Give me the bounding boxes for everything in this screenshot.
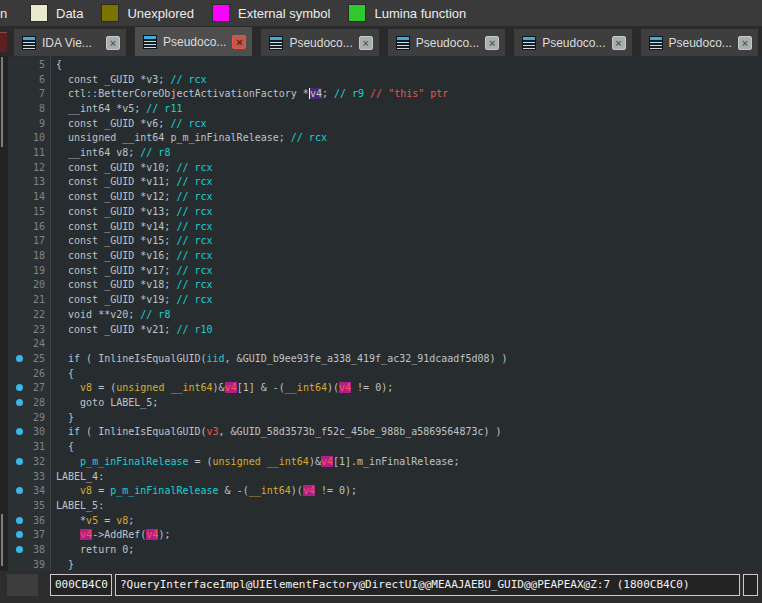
code-text[interactable]: } bbox=[50, 559, 74, 570]
pseudocode-editor[interactable]: 5{6 const _GUID *v3; // rcx7 ctl::Better… bbox=[0, 56, 762, 571]
code-text[interactable]: void **v20; // r8 bbox=[50, 309, 170, 320]
code-text[interactable]: const _GUID *v3; // rcx bbox=[50, 74, 207, 85]
code-line[interactable]: 28 goto LABEL_5; bbox=[0, 395, 762, 410]
code-line[interactable]: 18 const _GUID *v16; // rcx bbox=[0, 248, 762, 263]
code-text[interactable]: if ( InlineIsEqualGUID(v3, &GUID_58d3573… bbox=[50, 426, 502, 437]
code-line[interactable]: 12 const _GUID *v10; // rcx bbox=[0, 160, 762, 175]
legend-label: External symbol bbox=[238, 6, 330, 21]
highlighted-identifier: v4 bbox=[303, 485, 315, 496]
code-line[interactable]: 29 } bbox=[0, 410, 762, 425]
code-text[interactable]: v8 = p_m_inFinalRelease & -(__int64)(v4 … bbox=[50, 485, 357, 496]
tab-pseudocode-2[interactable]: Pseudoco...× bbox=[261, 29, 378, 56]
close-icon[interactable]: × bbox=[359, 36, 373, 50]
code-line[interactable]: 9 const _GUID *v6; // rcx bbox=[0, 116, 762, 131]
tab-pseudocode-3[interactable]: Pseudoco...× bbox=[388, 29, 505, 56]
close-icon[interactable]: × bbox=[106, 36, 120, 50]
code-text[interactable]: goto LABEL_5; bbox=[50, 397, 158, 408]
code-line[interactable]: 11 __int64 v8; // r8 bbox=[0, 145, 762, 160]
token: )& bbox=[213, 382, 225, 393]
close-icon[interactable]: × bbox=[485, 36, 499, 50]
code-text[interactable]: const _GUID *v6; // rcx bbox=[50, 118, 207, 129]
code-text[interactable]: const _GUID *v14; // rcx bbox=[50, 221, 213, 232]
code-text[interactable]: const _GUID *v12; // rcx bbox=[50, 191, 213, 202]
code-text[interactable]: const _GUID *v13; // rcx bbox=[50, 206, 213, 217]
code-text[interactable]: v8 = (unsigned __int64)&v4[1] & -(__int6… bbox=[50, 382, 393, 393]
scrollbar-thumb-segment[interactable] bbox=[1, 514, 3, 566]
code-line[interactable]: 32 p_m_inFinalRelease = (unsigned __int6… bbox=[0, 454, 762, 469]
code-line[interactable]: 17 const _GUID *v15; // rcx bbox=[0, 233, 762, 248]
scrollbar-thumb-segment[interactable] bbox=[1, 57, 3, 147]
code-line[interactable]: 6 const _GUID *v3; // rcx bbox=[0, 72, 762, 87]
listing-view-icon bbox=[649, 36, 663, 50]
code-line[interactable]: 31 { bbox=[0, 439, 762, 454]
code-line[interactable]: 14 const _GUID *v12; // rcx bbox=[0, 189, 762, 204]
code-line[interactable]: 38 return 0; bbox=[0, 542, 762, 557]
line-number: 17 bbox=[33, 235, 45, 246]
code-line[interactable]: 8 __int64 *v5; // r11 bbox=[0, 101, 762, 116]
code-text[interactable]: const _GUID *v16; // rcx bbox=[50, 250, 213, 261]
close-icon[interactable]: × bbox=[232, 35, 246, 49]
tab-pseudocode-4[interactable]: Pseudoco...× bbox=[514, 29, 631, 56]
code-line[interactable]: 16 const _GUID *v14; // rcx bbox=[0, 219, 762, 234]
token: ctl::BetterCoreObjectActivationFactory * bbox=[56, 88, 309, 99]
code-line[interactable]: 35LABEL_5: bbox=[0, 498, 762, 513]
code-text[interactable]: { bbox=[50, 441, 74, 452]
code-line[interactable]: 19 const _GUID *v17; // rcx bbox=[0, 263, 762, 278]
code-text[interactable]: ctl::BetterCoreObjectActivationFactory *… bbox=[50, 88, 448, 99]
code-text[interactable]: { bbox=[50, 59, 62, 70]
code-text[interactable]: { bbox=[50, 368, 74, 379]
code-text[interactable]: __int64 *v5; // r11 bbox=[50, 103, 182, 114]
code-line[interactable]: 37 v4->AddRef(v4); bbox=[0, 528, 762, 543]
code-text[interactable]: const _GUID *v10; // rcx bbox=[50, 162, 213, 173]
code-line[interactable]: 21 const _GUID *v19; // rcx bbox=[0, 292, 762, 307]
code-text[interactable]: const _GUID *v18; // rcx bbox=[50, 279, 213, 290]
code-text[interactable]: p_m_inFinalRelease = (unsigned __int64)&… bbox=[50, 456, 459, 467]
code-text[interactable]: __int64 v8; // r8 bbox=[50, 147, 170, 158]
code-line[interactable]: 33LABEL_4: bbox=[0, 469, 762, 484]
tab-pseudocode-1[interactable]: Pseudoco...× bbox=[135, 27, 252, 56]
token: ; bbox=[128, 515, 134, 526]
code-line[interactable]: 34 v8 = p_m_inFinalRelease & -(__int64)(… bbox=[0, 483, 762, 498]
code-text[interactable]: *v5 = v8; bbox=[50, 515, 134, 526]
code-text[interactable]: const _GUID *v19; // rcx bbox=[50, 294, 213, 305]
token: // r11 bbox=[146, 103, 182, 114]
code-line[interactable]: 13 const _GUID *v11; // rcx bbox=[0, 175, 762, 190]
code-line[interactable]: 36 *v5 = v8; bbox=[0, 513, 762, 528]
token: = bbox=[92, 485, 110, 496]
code-text[interactable]: const _GUID *v11; // rcx bbox=[50, 176, 213, 187]
code-line[interactable]: 22 void **v20; // r8 bbox=[0, 307, 762, 322]
code-line[interactable]: 5{ bbox=[0, 57, 762, 72]
code-line[interactable]: 7 ctl::BetterCoreObjectActivationFactory… bbox=[0, 86, 762, 101]
code-line[interactable]: 24 bbox=[0, 336, 762, 351]
code-text[interactable]: unsigned __int64 p_m_inFinalRelease; // … bbox=[50, 132, 327, 143]
code-line[interactable]: 26 { bbox=[0, 366, 762, 381]
tab-label: Pseudoco... bbox=[163, 35, 226, 49]
code-text[interactable]: } bbox=[50, 412, 74, 423]
code-line[interactable]: 25 if ( InlineIsEqualGUID(iid, &GUID_b9e… bbox=[0, 351, 762, 366]
code-text[interactable]: LABEL_4: bbox=[50, 471, 104, 482]
tab-pseudocode-5[interactable]: Pseudoco...× bbox=[641, 29, 758, 56]
code-text[interactable]: v4->AddRef(v4); bbox=[50, 529, 170, 540]
code-line[interactable]: 30 if ( InlineIsEqualGUID(v3, &GUID_58d3… bbox=[0, 425, 762, 440]
lumina-function-color-swatch bbox=[348, 4, 366, 22]
code-line[interactable]: 10 unsigned __int64 p_m_inFinalRelease; … bbox=[0, 131, 762, 146]
code-text[interactable]: if ( InlineIsEqualGUID(iid, &GUID_b9ee93… bbox=[50, 353, 508, 364]
left-scrollbar-track[interactable] bbox=[0, 56, 8, 571]
code-text[interactable]: LABEL_5: bbox=[50, 500, 104, 511]
code-text[interactable]: const _GUID *v17; // rcx bbox=[50, 265, 213, 276]
code-text[interactable]: const _GUID *v21; // r10 bbox=[50, 324, 213, 335]
code-line[interactable]: 39 } bbox=[0, 557, 762, 571]
close-icon[interactable]: × bbox=[738, 36, 752, 50]
code-text[interactable]: const _GUID *v15; // rcx bbox=[50, 235, 213, 246]
code-text[interactable]: return 0; bbox=[50, 544, 134, 555]
close-icon[interactable]: × bbox=[612, 36, 626, 50]
token: // rcx bbox=[176, 265, 212, 276]
code-line[interactable]: 15 const _GUID *v13; // rcx bbox=[0, 204, 762, 219]
code-line[interactable]: 23 const _GUID *v21; // r10 bbox=[0, 322, 762, 337]
code-line[interactable]: 27 v8 = (unsigned __int64)&v4[1] & -(__i… bbox=[0, 380, 762, 395]
token: = bbox=[98, 515, 116, 526]
code-line[interactable]: 20 const _GUID *v18; // rcx bbox=[0, 278, 762, 293]
tab-ida-view[interactable]: IDA Vie...× bbox=[14, 29, 126, 56]
token bbox=[56, 456, 80, 467]
token: v3 bbox=[207, 426, 219, 437]
